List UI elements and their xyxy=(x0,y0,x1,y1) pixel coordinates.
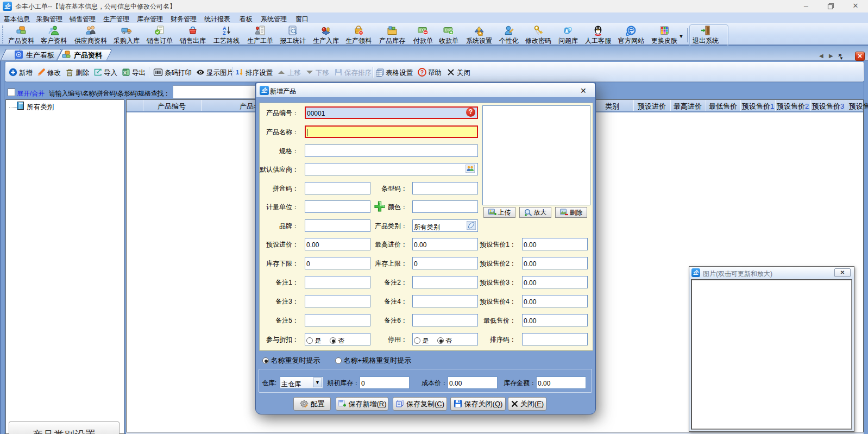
svg-text:?: ? xyxy=(420,70,424,76)
svg-text:Z: Z xyxy=(223,30,226,36)
svg-text:?: ? xyxy=(569,27,571,32)
svg-text:1: 1 xyxy=(236,69,239,76)
svg-text:X: X xyxy=(123,70,127,76)
